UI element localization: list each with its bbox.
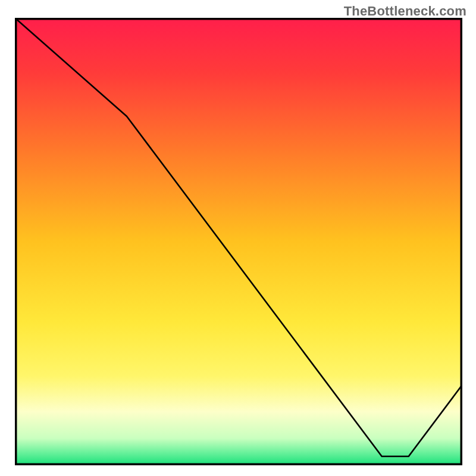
plot-frame: [15, 18, 462, 465]
chart-svg: [15, 18, 462, 465]
watermark-text: TheBottleneck.com: [344, 4, 466, 19]
chart-canvas: TheBottleneck.com: [0, 0, 476, 476]
plot-background: [15, 18, 462, 465]
